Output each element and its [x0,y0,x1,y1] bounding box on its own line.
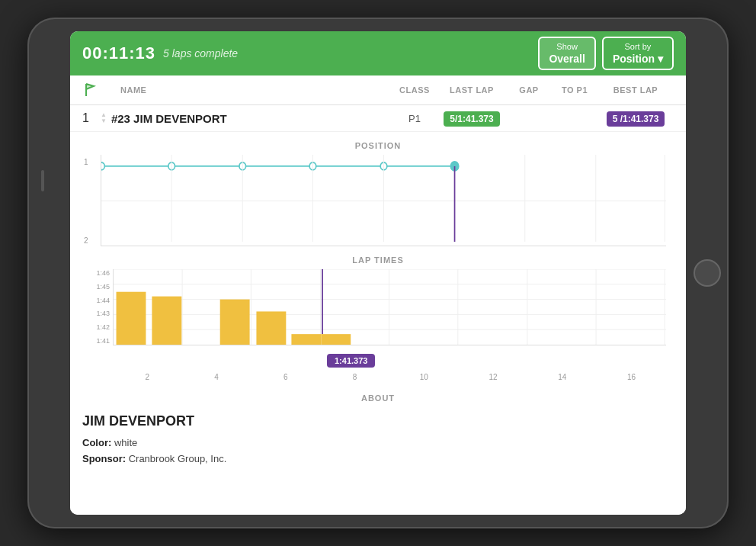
driver-row[interactable]: 1 ▲ ▼ #23 JIM DEVENPORT P1 5/1:41.373 5 … [70,105,686,132]
x-label-2: 2 [113,373,182,381]
lap-y6: 1:41 [82,337,113,345]
svg-point-0 [101,162,104,170]
lap-y1: 1:46 [82,269,113,277]
position-chart-wrapper: 1 2 [101,155,666,246]
tablet-screen: 00:11:13 5 laps complete Show Overall So… [70,31,686,515]
lap-y4: 1:43 [82,310,113,317]
lap-tooltip: 1:41.373 [327,354,375,368]
about-sponsor: Sponsor: Cranbrook Group, Inc. [82,453,674,464]
lap-y-labels: 1:46 1:45 1:44 1:43 1:42 1:41 [82,269,113,345]
position-chart-area [101,155,666,246]
x-label-10: 10 [389,373,459,381]
charts-section: POSITION 1 2 [70,132,686,381]
x-axis-labels: 2 4 6 8 10 12 14 16 [113,345,666,381]
driver-class: P1 [392,113,437,124]
svg-rect-29 [220,300,250,345]
timer-display: 00:11:13 [82,43,155,63]
pos-y2: 2 [84,236,88,245]
lap-y3: 1:44 [82,297,113,304]
pos-y1: 1 [84,158,88,166]
lap-times-svg [114,269,666,345]
home-button[interactable] [694,259,721,287]
svg-rect-33 [321,334,351,345]
position-line-svg [101,155,666,246]
col-lastlap-header: LAST LAP [437,85,506,95]
col-class-header: CLASS [392,85,437,95]
col-bestlap-header: BEST LAP [597,85,674,95]
content-area: POSITION 1 2 [70,132,686,515]
arrow-down-icon: ▼ [101,118,107,124]
show-btn-top-label: Show [549,41,585,52]
about-color: Color: white [82,437,674,448]
x-label-16: 16 [597,373,666,381]
last-lap-badge: 5/1:41.373 [444,111,499,127]
laps-display: 5 laps complete [163,47,238,59]
lap-times-chart-title: LAP TIMES [82,246,674,269]
lap-y5: 1:42 [82,323,113,331]
svg-rect-31 [291,334,321,345]
col-top1-header: TO P1 [552,85,597,95]
tablet-frame: 00:11:13 5 laps complete Show Overall So… [27,18,729,528]
best-lap-badge: 5 /1:41.373 [607,111,665,127]
about-section: ABOUT JIM DEVENPORT Color: white Sponsor… [70,381,686,481]
lap-y2: 1:45 [82,283,113,291]
sort-btn-top-label: Sort by [613,41,663,52]
show-btn-bottom-label: Overall [549,52,585,66]
side-button [41,170,44,191]
flag-icon [82,82,99,98]
lap-times-chart-area: 1:41.373 [113,269,666,345]
about-title: ABOUT [82,393,674,413]
svg-rect-28 [152,297,181,345]
x-label-12: 12 [459,373,528,381]
x-label-6: 6 [251,373,321,381]
svg-rect-30 [256,311,286,345]
x-label-4: 4 [182,373,251,381]
table-header: NAME CLASS LAST LAP GAP TO P1 BEST LAP [70,75,686,105]
col-gap-header: GAP [506,85,552,95]
position-number: 1 [82,111,96,125]
x-label-8: 8 [320,373,389,381]
show-overall-button[interactable]: Show Overall [538,37,595,70]
about-driver-name: JIM DEVENPORT [82,413,674,429]
sort-btn-bottom-label: Position ▾ [613,52,663,66]
header: 00:11:13 5 laps complete Show Overall So… [70,31,686,75]
x-label-14: 14 [528,373,597,381]
lap-times-chart-wrapper: 1:46 1:45 1:44 1:43 1:42 1:41 [82,269,674,381]
col-name-header: NAME [99,85,392,95]
position-arrows: ▲ ▼ [101,112,107,124]
sort-position-button[interactable]: Sort by Position ▾ [602,37,674,70]
driver-name: #23 JIM DEVENPORT [111,112,392,125]
position-chart-title: POSITION [82,132,674,155]
svg-rect-27 [117,292,146,345]
